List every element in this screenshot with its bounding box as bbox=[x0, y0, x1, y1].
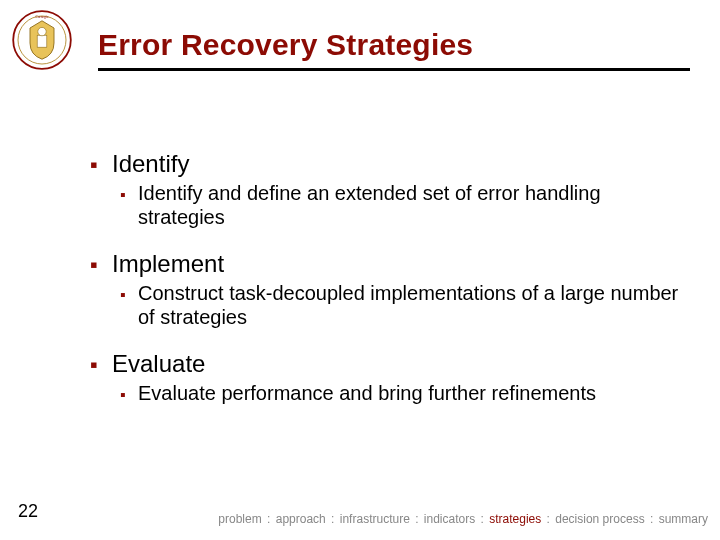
breadcrumb-item: approach bbox=[276, 512, 326, 526]
slide-title: Error Recovery Strategies bbox=[98, 28, 690, 62]
item-label: Identify bbox=[112, 150, 189, 178]
breadcrumb-separator: : bbox=[326, 512, 340, 526]
breadcrumb-separator: : bbox=[645, 512, 659, 526]
bullet-icon: ▪ bbox=[90, 354, 112, 376]
breadcrumb-item: decision process bbox=[555, 512, 644, 526]
breadcrumb-item: infrastructure bbox=[340, 512, 410, 526]
breadcrumb-separator: : bbox=[541, 512, 555, 526]
item-sub: Construct task-decoupled implementations… bbox=[138, 281, 680, 330]
bullet-icon: ▪ bbox=[120, 287, 138, 303]
university-seal-icon: Carnegie bbox=[12, 10, 72, 70]
breadcrumb-item: indicators bbox=[424, 512, 475, 526]
item-label: Implement bbox=[112, 250, 224, 278]
page-number: 22 bbox=[18, 501, 38, 522]
list-item: ▪ Identify ▪ Identify and define an exte… bbox=[90, 150, 680, 230]
svg-text:Carnegie: Carnegie bbox=[36, 15, 49, 19]
bullet-icon: ▪ bbox=[90, 154, 112, 176]
content-area: ▪ Identify ▪ Identify and define an exte… bbox=[90, 150, 680, 425]
item-sub: Evaluate performance and bring further r… bbox=[138, 381, 596, 405]
breadcrumb-separator: : bbox=[475, 512, 489, 526]
list-item: ▪ Evaluate ▪ Evaluate performance and br… bbox=[90, 350, 680, 405]
svg-point-3 bbox=[38, 27, 46, 35]
slide: Carnegie Error Recovery Strategies ▪ Ide… bbox=[0, 0, 720, 540]
list-item: ▪ Implement ▪ Construct task-decoupled i… bbox=[90, 250, 680, 330]
breadcrumb-separator: : bbox=[410, 512, 424, 526]
breadcrumb-item: summary bbox=[659, 512, 708, 526]
breadcrumb-separator: : bbox=[262, 512, 276, 526]
bullet-icon: ▪ bbox=[120, 387, 138, 403]
breadcrumb: problem : approach : infrastructure : in… bbox=[218, 512, 708, 526]
title-underline bbox=[98, 68, 690, 71]
svg-rect-2 bbox=[37, 35, 47, 47]
bullet-icon: ▪ bbox=[90, 254, 112, 276]
breadcrumb-item: strategies bbox=[489, 512, 541, 526]
bullet-icon: ▪ bbox=[120, 187, 138, 203]
item-label: Evaluate bbox=[112, 350, 205, 378]
title-block: Error Recovery Strategies bbox=[98, 28, 690, 71]
item-sub: Identify and define an extended set of e… bbox=[138, 181, 680, 230]
breadcrumb-item: problem bbox=[218, 512, 261, 526]
